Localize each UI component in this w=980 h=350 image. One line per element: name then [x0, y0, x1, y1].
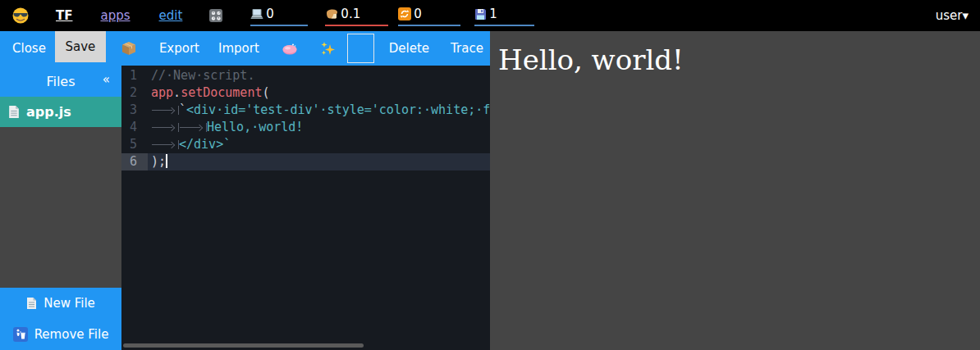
tab-marker	[151, 123, 179, 132]
brand-link[interactable]: TF	[56, 8, 72, 23]
meter-value: 0.1	[341, 7, 360, 21]
control-knobs-icon[interactable]	[208, 8, 223, 23]
bread-icon	[325, 8, 338, 20]
code-token: );	[151, 154, 166, 169]
litter-bin-icon	[13, 327, 28, 342]
code-token: setDocument	[181, 85, 262, 100]
soap-icon[interactable]	[282, 43, 298, 55]
code-line: 4 Hello,·world!	[121, 119, 490, 136]
trace-button[interactable]: Trace	[451, 41, 483, 56]
files-sidebar: Files « app.js New File	[0, 66, 121, 350]
code-line: 1 //·New·script.	[121, 67, 490, 84]
code-token: <div·id='test-div'·style='color:·white;·…	[186, 102, 490, 117]
meter-laptop[interactable]: 0	[250, 5, 308, 26]
meter-floppy[interactable]: 1	[474, 5, 534, 26]
new-file-button[interactable]: New File	[0, 288, 121, 319]
code-line: 2 app.setDocument(	[121, 84, 490, 102]
tab-marker	[179, 123, 207, 132]
code-token: (	[262, 85, 269, 100]
new-file-label: New File	[44, 296, 95, 311]
floppy-disk-icon	[474, 8, 487, 20]
sidebar-filler	[0, 127, 121, 288]
preview-heading: Hello, world!	[490, 31, 980, 77]
code-token: </div>`	[179, 137, 231, 152]
delete-button[interactable]: Delete	[389, 41, 429, 56]
package-icon[interactable]	[121, 40, 137, 57]
files-title: Files	[46, 74, 75, 89]
meter-value: 0	[414, 7, 422, 21]
file-name: app.js	[26, 104, 71, 120]
user-menu[interactable]: user▾	[936, 8, 969, 23]
laptop-icon	[250, 8, 263, 20]
nav-link-edit[interactable]: edit	[159, 8, 183, 23]
remove-file-button[interactable]: Remove File	[0, 319, 121, 350]
horizontal-scrollbar[interactable]	[123, 343, 364, 348]
file-item-appjs[interactable]: app.js	[0, 97, 121, 127]
code-editor[interactable]: 1 //·New·script. 2 app.setDocument( 3 `<…	[121, 66, 490, 350]
save-button[interactable]: Save	[55, 31, 106, 62]
line-number: 2	[121, 84, 148, 102]
preview-pane: Hello, world!	[490, 31, 980, 350]
collapse-sidebar-button[interactable]: «	[103, 72, 110, 87]
meter-bread[interactable]: 0.1	[325, 5, 388, 26]
code-token: Hello,·world!	[207, 120, 303, 134]
line-number: 3	[121, 102, 148, 119]
line-number: 4	[121, 119, 148, 136]
file-icon	[8, 105, 20, 119]
code-token: app	[151, 85, 173, 100]
tab-marker	[151, 106, 179, 115]
export-button[interactable]: Export	[159, 41, 199, 56]
code-token: .	[173, 85, 181, 100]
sparkles-icon[interactable]	[320, 41, 336, 57]
meter-value: 0	[266, 7, 274, 21]
remove-file-label: Remove File	[34, 327, 109, 342]
sync-icon	[398, 7, 411, 20]
topbar: TF apps edit 0 0.1	[0, 0, 980, 31]
nav-link-apps[interactable]: apps	[100, 8, 130, 23]
code-token: `	[179, 102, 186, 117]
code-line: 5 </div>`	[121, 136, 490, 153]
toolbar: Close Save Export Import Delete Trace	[0, 31, 490, 66]
text-cursor	[166, 154, 167, 168]
sunglasses-face-icon[interactable]	[12, 7, 29, 24]
line-number: 5	[121, 136, 148, 153]
blank-button[interactable]	[347, 34, 374, 63]
line-number: 1	[121, 67, 148, 84]
code-line-active: 6 );	[121, 153, 490, 170]
import-button[interactable]: Import	[218, 41, 259, 56]
line-number: 6	[121, 153, 148, 170]
tab-marker	[151, 140, 179, 149]
code-line: 3 `<div·id='test-div'·style='color:·whit…	[121, 102, 490, 119]
files-header: Files «	[0, 66, 121, 97]
new-file-icon	[26, 297, 37, 310]
meter-sync[interactable]: 0	[398, 5, 460, 26]
close-button[interactable]: Close	[12, 41, 46, 56]
code-token: //·New·script.	[151, 68, 254, 83]
meter-value: 1	[489, 7, 497, 21]
